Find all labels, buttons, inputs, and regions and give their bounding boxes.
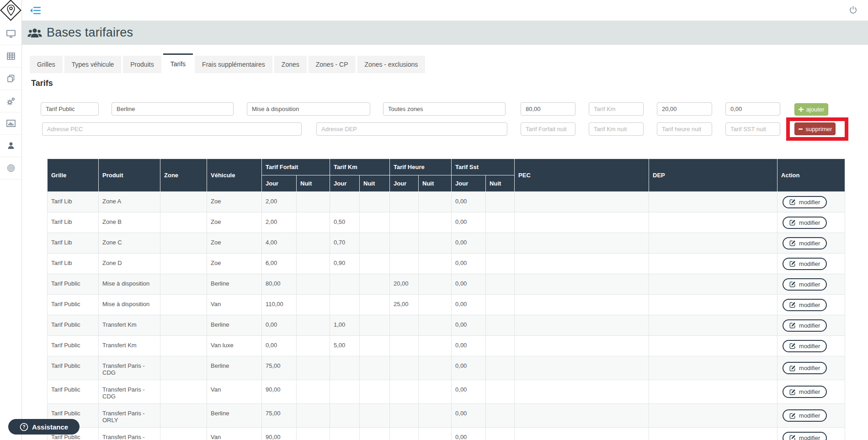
assistance-button[interactable]: ? Assistance	[8, 419, 80, 435]
sidebar-item-target[interactable]	[0, 157, 21, 180]
cell-pec	[515, 274, 649, 295]
cell-grille: Tarif Public	[48, 295, 99, 315]
cell-tarif-heure-nuit	[419, 233, 452, 254]
modifier-button[interactable]: modifier	[783, 278, 827, 291]
cell-tarif-forfait-jour: 110,00	[262, 295, 297, 315]
cell-vehicule: Berline	[207, 315, 262, 336]
cell-tarif-km-nuit	[360, 233, 390, 254]
cell-tarif-sst-nuit	[486, 192, 515, 212]
modifier-button[interactable]: modifier	[783, 432, 827, 440]
tab-tarifs[interactable]: Tarifs	[163, 53, 193, 73]
tab-grilles[interactable]: Grilles	[30, 56, 63, 73]
cell-tarif-km-nuit	[360, 380, 390, 404]
adresse-pec-input[interactable]	[42, 122, 302, 136]
cell-tarif-sst-jour: 0,00	[452, 295, 486, 315]
edit-icon	[789, 413, 796, 419]
col-header-action: Action	[777, 159, 845, 192]
tab-frais-supplementaires[interactable]: Frais supplémentaires	[195, 56, 272, 73]
minus-icon	[798, 127, 803, 132]
modifier-label: modifier	[799, 260, 820, 267]
cell-tarif-sst-nuit	[486, 233, 515, 254]
modifier-button[interactable]: modifier	[783, 362, 827, 374]
tarif-km-input[interactable]	[589, 102, 644, 116]
cell-tarif-heure-nuit	[419, 336, 452, 356]
cell-vehicule: Van luxe	[207, 336, 262, 356]
cell-pec	[515, 380, 649, 404]
cell-action: modifier	[777, 428, 845, 440]
sub-header-tarif-km-jour: Jour	[330, 175, 360, 192]
cell-zone	[160, 295, 207, 315]
modifier-button[interactable]: modifier	[783, 340, 827, 352]
cell-tarif-sst-jour: 0,00	[452, 192, 486, 212]
zones-input[interactable]	[383, 102, 506, 116]
modifier-button[interactable]: modifier	[783, 299, 827, 311]
sidebar-item-bar-chart[interactable]	[0, 112, 21, 135]
modifier-button[interactable]: modifier	[783, 386, 827, 398]
tab-produits[interactable]: Produits	[123, 56, 161, 73]
sidebar-item-gears[interactable]	[0, 90, 21, 112]
cell-tarif-heure-jour	[390, 380, 419, 404]
modifier-button[interactable]: modifier	[783, 217, 827, 229]
cell-tarif-forfait-nuit	[297, 380, 330, 404]
sub-header-tarif-sst-nuit: Nuit	[486, 175, 515, 192]
tab-zones[interactable]: Zones	[274, 56, 307, 73]
modifier-label: modifier	[799, 240, 820, 247]
tarif-forfait-nuit-input[interactable]	[521, 122, 575, 136]
tab-types-vehicule[interactable]: Types véhicule	[64, 56, 122, 73]
cell-zone	[160, 380, 207, 404]
cell-produit: Transfert Paris - CDG	[99, 380, 160, 404]
modifier-button[interactable]: modifier	[783, 237, 827, 249]
tab-zones-cp[interactable]: Zones - CP	[309, 56, 356, 73]
cell-tarif-km-jour: 0,90	[330, 254, 360, 274]
adresse-dep-input[interactable]	[316, 122, 507, 136]
cell-action: modifier	[777, 315, 845, 336]
desktop-icon	[6, 30, 16, 38]
sidebar-item-data-table[interactable]	[0, 45, 21, 68]
cell-dep	[649, 380, 777, 404]
modifier-button[interactable]: modifier	[783, 258, 827, 270]
cell-tarif-sst-nuit	[486, 274, 515, 295]
cell-zone	[160, 428, 207, 440]
ajouter-button[interactable]: ajouter	[794, 103, 828, 116]
sidebar-toggle-button[interactable]	[28, 5, 43, 16]
table-row: Tarif PublicTransfert Paris -Van90,000,0…	[48, 428, 845, 440]
produit-input[interactable]	[247, 102, 370, 116]
supprimer-button[interactable]: supprimer	[794, 122, 836, 135]
tarif-forfait-input[interactable]	[521, 102, 575, 116]
grille-input[interactable]	[41, 102, 99, 116]
cell-tarif-km-jour: 0,50	[330, 212, 360, 233]
edit-icon	[789, 281, 796, 287]
logout-button[interactable]	[848, 5, 858, 16]
tarif-sst-input[interactable]	[725, 102, 780, 116]
cell-dep	[649, 295, 777, 315]
modifier-button[interactable]: modifier	[783, 409, 827, 422]
cell-tarif-sst-nuit	[486, 428, 515, 440]
cell-tarif-heure-jour	[390, 315, 419, 336]
cell-tarif-km-nuit	[360, 295, 390, 315]
edit-icon	[789, 219, 796, 226]
tarif-km-nuit-input[interactable]	[589, 122, 644, 136]
cell-tarif-km-nuit	[360, 336, 390, 356]
sidebar-item-copy-pages[interactable]	[0, 68, 21, 90]
tarif-heure-input[interactable]	[657, 102, 712, 116]
sidebar-item-desktop[interactable]	[0, 23, 21, 45]
sub-header-tarif-forfait-nuit: Nuit	[297, 175, 330, 192]
cell-zone	[160, 404, 207, 428]
tarif-heure-nuit-input[interactable]	[657, 122, 712, 136]
col-header-grille: Grille	[48, 159, 99, 192]
table-row: Tarif LibZone BZoe2,000,500,00modifier	[48, 212, 845, 233]
sub-header-tarif-sst-jour: Jour	[452, 175, 486, 192]
cell-grille: Tarif Lib	[48, 233, 99, 254]
tab-zones-exclusions[interactable]: Zones - exclusions	[357, 56, 426, 73]
cell-tarif-forfait-jour: 80,00	[262, 274, 297, 295]
cell-tarif-heure-nuit	[419, 295, 452, 315]
question-circle-icon: ?	[20, 423, 28, 431]
tarif-sst-nuit-input[interactable]	[725, 122, 780, 136]
cell-tarif-heure-nuit	[419, 254, 452, 274]
vehicule-input[interactable]	[112, 102, 234, 116]
modifier-button[interactable]: modifier	[783, 319, 827, 332]
sidebar-item-user[interactable]	[0, 135, 21, 157]
modifier-button[interactable]: modifier	[783, 196, 827, 208]
cell-tarif-km-jour	[330, 380, 360, 404]
app-logo[interactable]	[0, 0, 22, 23]
